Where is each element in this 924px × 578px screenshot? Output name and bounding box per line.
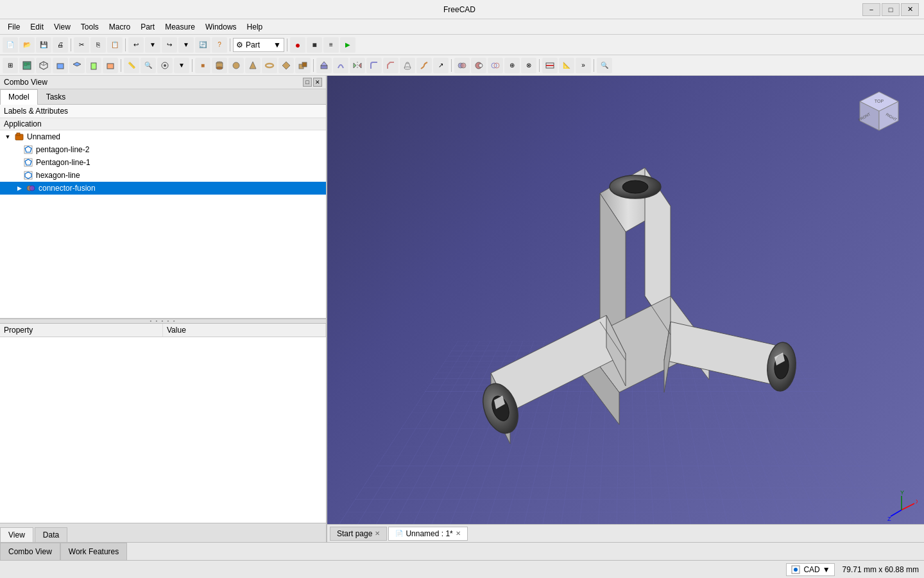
vp-tab-unnamed[interactable]: 📄 Unnamed : 1* ✕ — [388, 527, 467, 541]
vp-tab-start[interactable]: Start page ✕ — [330, 527, 387, 541]
part-join-btn[interactable]: ⊕ — [504, 58, 520, 73]
svg-marker-17 — [250, 62, 256, 69]
part-offset-btn[interactable]: ↗ — [433, 58, 449, 73]
menu-part[interactable]: Part — [135, 21, 160, 33]
part-box-btn[interactable]: ■ — [195, 58, 210, 73]
combo-view-tab[interactable]: Combo View — [0, 543, 60, 561]
redo-btn[interactable]: ↪ — [162, 37, 177, 53]
fit-all-btn[interactable]: ⊞ — [3, 58, 18, 73]
work-features-tab[interactable]: Work Features — [60, 543, 127, 561]
tab-view[interactable]: View — [0, 527, 33, 542]
statusbar-right: CAD ▼ 79.71 mm x 60.88 mm — [786, 563, 919, 576]
copy-btn[interactable]: ⎘ — [90, 37, 106, 53]
part-shape-btn[interactable] — [295, 58, 311, 73]
tree-toggle-unnamed[interactable]: ▼ — [4, 133, 12, 141]
view-home-btn[interactable] — [19, 58, 35, 73]
view-top-btn[interactable] — [69, 58, 85, 73]
titlebar: FreeCAD − □ ✕ — [0, 0, 924, 19]
part-fillet-btn[interactable] — [366, 58, 382, 73]
tree-item-connector-fusion[interactable]: ▶ connector-fusion — [0, 182, 326, 195]
tab-model[interactable]: Model — [0, 89, 38, 105]
open-btn[interactable]: 📂 — [19, 37, 35, 53]
part-revolve-btn[interactable] — [333, 58, 348, 73]
svg-marker-25 — [354, 63, 356, 68]
view-back-btn[interactable] — [103, 58, 118, 73]
part-torus-btn[interactable] — [262, 58, 277, 73]
part-more-btn[interactable]: » — [576, 58, 591, 73]
zoom-fit-btn[interactable]: 🔍 — [141, 58, 156, 73]
menu-help[interactable]: Help — [242, 21, 268, 33]
print-btn[interactable]: 🖨 — [53, 37, 68, 53]
cad-dropdown[interactable]: ▼ — [823, 565, 830, 574]
combo-view-title: Combo View — [4, 78, 47, 87]
new-btn[interactable]: 📄 — [3, 37, 18, 53]
menu-edit[interactable]: Edit — [25, 21, 49, 33]
menu-measure[interactable]: Measure — [160, 21, 200, 33]
part-sweep-btn[interactable] — [416, 58, 432, 73]
play-macro-btn[interactable]: ▶ — [340, 37, 355, 53]
macro-list-btn[interactable]: ≡ — [323, 37, 339, 53]
part-intersect-btn[interactable] — [488, 58, 503, 73]
part-extrude-btn[interactable] — [316, 58, 332, 73]
stop-btn[interactable]: ■ — [307, 37, 322, 53]
minimize-button[interactable]: − — [862, 3, 880, 16]
part-prim-btn[interactable] — [278, 58, 294, 73]
tree-item-pentagon2[interactable]: pentagon-line-2 — [0, 143, 326, 156]
maximize-button[interactable]: □ — [882, 3, 900, 16]
svg-point-48 — [30, 186, 35, 191]
measure-btn[interactable]: 📏 — [124, 58, 139, 73]
save-btn[interactable]: 💾 — [36, 37, 51, 53]
tree-item-pentagon1[interactable]: Pentagon-line-1 — [0, 156, 326, 169]
panel-restore-btn[interactable]: □ — [303, 78, 312, 87]
view-mode-drop[interactable]: ▼ — [174, 58, 189, 73]
workbench-dropdown[interactable]: ⚙ Part ▼ — [233, 38, 284, 52]
resize-handle[interactable]: • • • • • — [0, 319, 326, 324]
part-sep1 — [313, 59, 314, 72]
tree-toggle-fusion[interactable]: ▶ — [15, 184, 23, 192]
menu-macro[interactable]: Macro — [104, 21, 135, 33]
unnamed-tab-close[interactable]: ✕ — [456, 530, 461, 537]
help-btn[interactable]: ? — [212, 37, 227, 53]
view-right-btn[interactable] — [86, 58, 101, 73]
cut-btn[interactable]: ✂ — [74, 37, 89, 53]
cad-indicator[interactable]: CAD ▼ — [786, 563, 834, 576]
part-chamfer-btn[interactable] — [383, 58, 398, 73]
part-cut-btn[interactable] — [471, 58, 486, 73]
part-measure2-btn[interactable]: 📐 — [559, 58, 574, 73]
view-front-btn[interactable] — [53, 58, 68, 73]
redo-dropdown[interactable]: ▼ — [178, 37, 194, 53]
paste-btn[interactable]: 📋 — [107, 37, 123, 53]
view-cube[interactable]: TOP FRONT RIGHT — [853, 89, 905, 140]
close-button[interactable]: ✕ — [901, 3, 919, 16]
svg-point-12 — [164, 64, 166, 67]
part-section-btn[interactable] — [542, 58, 558, 73]
part-search-btn[interactable]: 🔍 — [597, 58, 612, 73]
part-cylinder-btn[interactable] — [212, 58, 227, 73]
part-cone-btn[interactable] — [245, 58, 261, 73]
tree-item-hexagon[interactable]: hexagon-line — [0, 169, 326, 182]
part-sphere-btn[interactable] — [228, 58, 244, 73]
menu-view[interactable]: View — [49, 21, 76, 33]
start-page-close[interactable]: ✕ — [375, 530, 380, 537]
part-mirror-btn[interactable] — [350, 58, 365, 73]
menu-file[interactable]: File — [3, 21, 25, 33]
tree-root-unnamed[interactable]: ▼ Unnamed — [0, 130, 326, 143]
svg-line-67 — [891, 510, 902, 516]
view-mode-btn[interactable] — [157, 58, 173, 73]
tab-tasks[interactable]: Tasks — [38, 89, 74, 104]
menu-tools[interactable]: Tools — [76, 21, 104, 33]
view-iso-btn[interactable] — [36, 58, 51, 73]
undo-dropdown[interactable]: ▼ — [145, 37, 160, 53]
record-btn[interactable]: ● — [290, 37, 305, 53]
menu-windows[interactable]: Windows — [200, 21, 242, 33]
undo-btn[interactable]: ↩ — [128, 37, 144, 53]
tab-data[interactable]: Data — [35, 527, 67, 542]
panel-close-btn[interactable]: ✕ — [313, 78, 322, 87]
refresh-btn[interactable]: 🔄 — [195, 37, 210, 53]
part-bool-btn[interactable] — [454, 58, 470, 73]
svg-line-5 — [40, 64, 44, 66]
part-sep3 — [539, 59, 540, 72]
part-split-btn[interactable]: ⊗ — [521, 58, 536, 73]
part-loft-btn[interactable] — [400, 58, 415, 73]
application-section: Application — [0, 118, 326, 130]
